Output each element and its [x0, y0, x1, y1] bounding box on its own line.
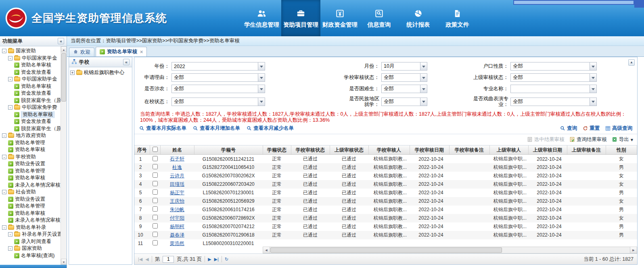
poor-student-select[interactable]: 全部 [381, 85, 427, 93]
table-row[interactable]: 4田瑾瑶G150822200607203420正常已通过已通过杭锦后旗职教...… [134, 180, 637, 189]
advanced-query-button[interactable]: 高级查询 [605, 125, 632, 132]
school-tree-node[interactable]: + 杭锦后旗职教中心 [70, 69, 131, 76]
scrollbar-track[interactable] [61, 52, 67, 259]
sidebar-item[interactable]: »资助名单管理 [1, 203, 61, 210]
col-header-student-id[interactable]: 学籍号 [194, 145, 263, 155]
table-row[interactable]: 1石子轩G150826200511242121正常已通过已通过杭锦后旗职教...… [134, 155, 637, 163]
col-header-school-date[interactable]: 学校审核日期 [410, 145, 449, 155]
sidebar-item[interactable]: »资助名单审核 [1, 210, 61, 217]
sidebar-folder[interactable]: -国家资助 [1, 245, 61, 252]
sidebar-folder[interactable]: -中职国家奖学金 [1, 55, 61, 62]
nav-item-stat-report[interactable]: 统计报表 [399, 0, 438, 36]
col-header-superior-date[interactable]: 上级审核日期 [528, 145, 567, 155]
select-all-checkbox[interactable] [153, 147, 158, 152]
table-row[interactable]: 2杜逸G152827200411065410正常已通过已通过杭锦后旗职教...2… [134, 163, 637, 172]
col-header-superior-note[interactable]: 上级审核备注 [567, 145, 606, 155]
sidebar-folder[interactable]: -学校资助 [1, 154, 61, 161]
sidebar-scrollbar[interactable]: ▲ ▼ [61, 46, 67, 265]
col-header-school-note[interactable]: 学校审核备注 [449, 145, 489, 155]
table-row[interactable]: 6王庆怡G150826200512056929正常已通过已通过杭锦后旗职教...… [134, 197, 637, 206]
collapse-icon[interactable]: - [2, 133, 6, 138]
collapse-icon[interactable]: - [2, 155, 6, 159]
collapse-icon[interactable]: - [8, 77, 13, 81]
hukou-type-select[interactable]: 全部 [510, 62, 597, 71]
year-select[interactable]: 2022 [171, 62, 265, 71]
minority-area-select[interactable]: 全部 [381, 98, 427, 106]
collapse-up-icon[interactable]: ▲ [628, 59, 635, 66]
sidebar-item[interactable]: »资助业务设置 [1, 160, 61, 168]
row-checkbox[interactable] [153, 223, 158, 229]
collapse-icon[interactable]: - [8, 232, 13, 237]
sidebar-folder[interactable]: -中职国家助学金 [1, 76, 61, 83]
superior-audit-status-select[interactable]: 全部 [510, 73, 597, 82]
sidebar-item[interactable]: »资金发放查看 [1, 69, 61, 76]
col-header-superior-auditor[interactable]: 上级审核人 [489, 145, 528, 155]
apply-reason-select[interactable]: 全部 [171, 73, 265, 82]
nav-item-student-info[interactable]: 学生信息管理 [242, 0, 281, 36]
student-name-link[interactable]: 石子轩 [170, 156, 184, 162]
nav-item-info-query[interactable]: 信息查询 [360, 0, 399, 36]
student-name-link[interactable]: 杨正宇 [170, 190, 184, 195]
table-row[interactable]: 7朱治帆G150826200610174216正常已通过已通过杭锦后旗职教...… [134, 206, 637, 214]
sidebar-folder[interactable]: -地方政府资助 [1, 132, 61, 139]
query-result-audit-button[interactable]: 查询结果审核 [569, 136, 607, 143]
sidebar-item[interactable]: »资助名单审核 [1, 146, 61, 154]
row-checkbox[interactable] [153, 156, 158, 161]
collapse-icon[interactable]: - [8, 246, 13, 251]
scroll-up-icon[interactable]: ▲ [61, 46, 67, 52]
row-checkbox[interactable] [153, 232, 158, 237]
dropdown-trigger-icon[interactable] [590, 74, 596, 81]
refresh-icon[interactable]: ↻ [225, 257, 228, 262]
sidebar-item[interactable]: »资助业务设置 [1, 196, 61, 203]
dropdown-trigger-icon[interactable] [590, 98, 596, 106]
sidebar-item[interactable]: »未录入名单情况审核 [1, 217, 61, 224]
col-header-no[interactable]: 序号 [134, 145, 150, 155]
sidebar-item[interactable]: »资助名单管理 [1, 168, 61, 175]
row-checkbox[interactable] [153, 181, 158, 186]
col-header-school-auditor[interactable]: 学校审核人 [368, 145, 410, 155]
sidebar-folder[interactable]: -补录名单开关设置 [1, 231, 61, 238]
student-name-link[interactable]: 云诗月 [170, 173, 184, 179]
view-month-added-link[interactable]: 查看本月增加名单 [193, 125, 240, 132]
sidebar-item[interactable]: »资助名单审核 [1, 62, 61, 69]
collapse-left-icon[interactable]: « [58, 38, 64, 44]
involve-agriculture-select[interactable]: 全部 [171, 85, 265, 93]
collapse-icon[interactable]: - [2, 225, 6, 230]
collapse-icon[interactable]: - [8, 56, 13, 60]
school-status-select[interactable]: 全部 [171, 98, 265, 106]
student-name-link[interactable]: 杨明柯 [170, 224, 184, 229]
dropdown-trigger-icon[interactable] [420, 98, 427, 106]
sidebar-item[interactable]: »资助名单审核 [1, 175, 61, 182]
school-audit-status-select[interactable]: 全部 [381, 73, 427, 82]
scrollbar-thumb[interactable] [61, 53, 66, 102]
row-checkbox[interactable] [153, 172, 158, 178]
sidebar-folder[interactable]: -国家资助 [1, 48, 61, 55]
student-name-link[interactable]: 朱治帆 [170, 207, 184, 212]
table-row[interactable]: 5杨正宇L150826200701230001正常已通过已通过杭锦后旗职教...… [134, 189, 637, 197]
sidebar-item[interactable]: »脱贫家庭学生（原 [1, 97, 61, 104]
nav-item-policy-file[interactable]: 政策文件 [438, 0, 477, 36]
page-number-input[interactable] [163, 256, 174, 263]
prev-page-icon[interactable]: ◀ [145, 257, 148, 262]
view-month-removed-link[interactable]: 查看本月减少名单 [247, 125, 294, 132]
collapse-icon[interactable]: - [2, 49, 6, 53]
row-checkbox[interactable] [153, 240, 158, 245]
student-name-link[interactable]: 聂春泽 [170, 232, 184, 238]
table-row[interactable]: 3云诗月G15082620070302062X正常已通过已通过杭锦后旗职教...… [134, 172, 637, 180]
sidebar-folder[interactable]: -社会资助 [1, 189, 61, 196]
sidebar-item[interactable]: »资金发放查看 [1, 90, 61, 97]
student-name-link[interactable]: 田瑾瑶 [170, 181, 184, 187]
table-row[interactable]: 8付宇阳G15082620060728692X正常已通过已通过杭锦后旗职教...… [134, 214, 637, 222]
scrollbar-thumb[interactable] [270, 247, 502, 253]
col-header-name[interactable]: 姓名 [160, 145, 194, 155]
dropdown-trigger-icon[interactable] [420, 62, 427, 70]
selected-result-audit-button[interactable]: 选中结果审核 [527, 136, 565, 143]
table-row[interactable]: 9杨明柯G150826200702074212正常已通过已通过杭锦后旗职教...… [134, 222, 637, 231]
dropdown-trigger-icon[interactable] [258, 98, 265, 106]
col-header-status[interactable]: 学籍状态 [263, 145, 291, 155]
tab-welcome[interactable]: 欢迎 [69, 48, 94, 56]
query-button[interactable]: 查询 [560, 125, 577, 132]
collapse-left-icon[interactable]: « [123, 59, 130, 65]
dropdown-trigger-icon[interactable] [590, 85, 596, 93]
expand-icon[interactable]: + [70, 71, 75, 75]
